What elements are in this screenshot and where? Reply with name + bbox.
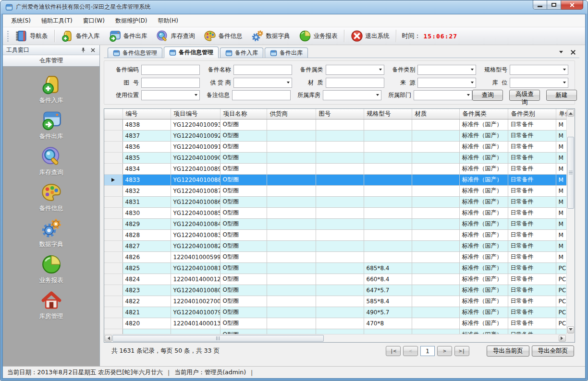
table-row-4820[interactable]: 48201220401400013O型圈470*8标准件（国产）日常备件PC [104,318,566,329]
tab-part-inbound[interactable]: 备件入库 [220,48,263,58]
location-select[interactable] [510,78,568,88]
warehouse-select[interactable] [323,90,381,100]
part-category-select[interactable] [326,65,384,75]
query-button[interactable]: 查询 [472,90,503,101]
sidebar-item-part-info[interactable]: 备件信息 [39,182,63,213]
horizontal-scrollbar[interactable] [104,334,566,342]
row-selector[interactable] [104,218,122,229]
table-row-4827[interactable]: 4827YG12204010082O型圈标准件（国产）日常备件M [104,240,566,251]
row-selector[interactable] [104,119,122,130]
vertical-scrollbar[interactable] [566,109,575,334]
part-code-input[interactable] [141,65,200,75]
minimize-button[interactable] [533,0,547,10]
export-current-page-button[interactable]: 导出当前页 [487,345,529,357]
tab-list-dropdown-icon[interactable] [557,48,564,56]
toolbar-part-info-button[interactable]: 备件信息 [199,29,247,43]
table-row-4837[interactable]: 4837YG12204010092O型圈标准件（国产）日常备件M [104,130,566,141]
menu-item-system[interactable]: 系统(S) [6,15,36,27]
table-row-4828[interactable]: 4828YG12204010083O型圈标准件（国产）日常备件M [104,229,566,240]
page-number-input[interactable]: 1 [420,346,435,356]
toolbar-part-outbound-button[interactable]: 备件出库 [104,29,152,43]
next-page-button[interactable]: > [437,346,452,356]
row-selector[interactable] [104,185,122,196]
use-position-select[interactable] [141,90,200,100]
table-row-4838[interactable]: 4838YG12204010093O型圈标准件（国产）日常备件M [104,119,566,130]
table-row-4835[interactable]: 4835YG12204010090O型圈标准件（国产）日常备件M [104,152,566,163]
table-row-4824[interactable]: 48241220401400012O型圈660*8.4标准件（国产）日常备件PC [104,274,566,285]
column-header-drawing-no[interactable]: 图号 [316,109,364,119]
column-header-unit[interactable]: 单位 [556,109,566,119]
column-header-project-name[interactable]: 项目名称 [220,109,267,119]
row-selector[interactable] [104,196,122,207]
first-page-button[interactable]: |< [386,346,401,356]
row-selector[interactable] [104,296,122,307]
part-name-input[interactable] [233,65,292,75]
department-select[interactable] [414,90,472,100]
row-selector[interactable] [104,262,122,274]
row-selector[interactable] [104,141,122,152]
table-row-4821[interactable]: 4821YG12204010079O型圈490*5.7标准件（国产）日常备件PC [104,307,566,318]
export-all-pages-button[interactable]: 导出全部页 [532,345,575,357]
row-selector[interactable] [104,163,122,174]
table-row-4834[interactable]: 4834YG12204010089O型圈标准件（国产）日常备件M [104,163,566,174]
scroll-down-arrow-icon[interactable] [567,326,574,333]
menu-item-window[interactable]: 窗口(W) [78,15,110,27]
column-header-project-no[interactable]: 项目编号 [171,109,220,119]
prev-page-button[interactable]: < [403,346,418,356]
tab-part-info-mgmt-1[interactable]: 备件信息管理 [108,48,162,58]
tool-window-close-icon[interactable] [90,47,96,53]
table-row-4831[interactable]: 4831YG12204010086O型圈标准件（国产）日常备件M [104,196,566,207]
row-selector[interactable] [104,207,122,218]
toolbar-navigator-button[interactable]: 导航条 [11,29,52,43]
horizontal-scroll-thumb[interactable] [112,335,324,342]
menu-item-data-maintenance[interactable]: 数据维护(D) [110,15,153,27]
tab-close-icon[interactable] [569,48,576,56]
part-class-select[interactable] [417,65,476,75]
menu-item-aux-tools[interactable]: 辅助工具(T) [36,15,78,27]
table-row-4830[interactable]: 4830YG12204010085O型圈标准件（国产）日常备件M [104,207,566,218]
scroll-up-arrow-icon[interactable] [567,109,574,117]
row-selector[interactable] [104,285,122,296]
row-selector[interactable] [104,130,122,141]
column-header-spec-model[interactable]: 规格型号 [364,109,412,119]
supplier-select[interactable] [233,78,292,88]
row-selector[interactable] [104,229,122,240]
toolbar-stock-query-button[interactable]: 库存查询 [152,29,199,43]
sidebar-item-stock-query[interactable]: 库存查询 [39,146,63,177]
column-header-part-class[interactable]: 备件类别 [508,109,556,119]
table-row-4825[interactable]: 4825YG12204010081O型圈685*8.4标准件（国产）日常备件PC [104,262,566,274]
table-row-4823[interactable]: 4823YG12204010080O型圈647*5.7标准件（国产）日常备件PC [104,285,566,296]
scroll-left-arrow-icon[interactable] [105,335,112,342]
scroll-right-arrow-icon[interactable] [559,335,566,342]
column-header-supplier[interactable]: 供货商 [267,109,316,119]
sidebar-item-business-report[interactable]: 业务报表 [39,254,63,285]
close-button[interactable] [561,0,583,10]
column-header-material[interactable]: 材质 [412,109,459,119]
new-button[interactable]: 新建 [546,90,577,101]
table-row-4826[interactable]: 48261220401000599O型圈标准件（国产）日常备件M [104,251,566,262]
last-page-button[interactable]: >| [454,346,469,356]
toolbar-business-report-button[interactable]: 业务报表 [294,29,342,43]
row-selector[interactable] [104,329,122,334]
menu-item-help[interactable]: 帮助(H) [153,15,184,27]
table-row-partial[interactable]: O型圈标准件（国产）日常备件 [104,329,566,334]
remark-input[interactable] [232,90,291,100]
tab-part-outbound[interactable]: 备件出库 [265,48,308,58]
tab-part-info-mgmt-2[interactable]: 备件信息管理 [164,47,219,58]
sidebar-item-part-inbound[interactable]: 备件入库 [39,74,63,105]
row-selector[interactable] [104,274,122,285]
table-row-4832[interactable]: 4832YG12204010087O型圈标准件（国产）日常备件M [104,185,566,196]
table-row-4833[interactable]: 4833YG12204010088O型圈标准件（国产）日常备件M [104,174,566,185]
toolbar-drag-handle-icon[interactable] [6,30,9,42]
table-row-4836[interactable]: 4836YG12204010091O型圈标准件（国产）日常备件M [104,141,566,152]
pin-icon[interactable] [80,47,86,53]
toolbar-exit-system-button[interactable]: 退出系统 [346,29,394,43]
row-selector[interactable] [104,240,122,251]
row-selector[interactable] [104,152,122,163]
row-selector[interactable] [104,251,122,262]
sidebar-item-part-outbound[interactable]: 备件出库 [39,110,63,141]
spec-model-select[interactable] [510,65,568,75]
advanced-query-button[interactable]: 高级查询 [509,90,540,101]
row-selector[interactable] [104,318,122,329]
toolbar-data-dictionary-button[interactable]: 数据字典 [247,29,294,43]
